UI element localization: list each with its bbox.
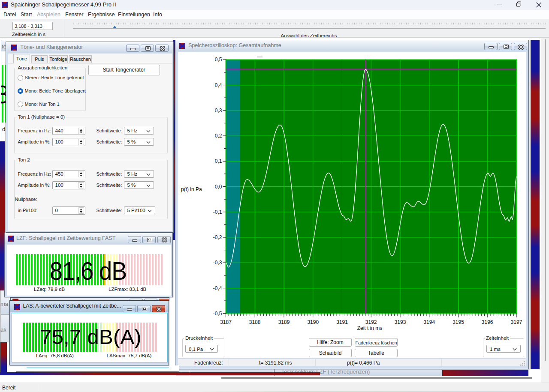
svg-text:3187: 3187 [220, 319, 232, 325]
svg-text:-0,2: -0,2 [213, 234, 222, 240]
svg-text:3190: 3190 [307, 319, 319, 325]
svg-text:0,1: 0,1 [215, 158, 222, 164]
svg-text:Zeit t in ms: Zeit t in ms [357, 325, 383, 331]
svg-text:3192: 3192 [365, 319, 377, 325]
svg-text:3194: 3194 [423, 319, 435, 325]
svg-text:0,4: 0,4 [215, 82, 222, 88]
svg-text:3189: 3189 [278, 319, 290, 325]
svg-text:-0,4: -0,4 [213, 285, 222, 291]
svg-text:0,3: 0,3 [215, 108, 222, 114]
svg-text:3197: 3197 [511, 319, 522, 325]
svg-text:3188: 3188 [249, 319, 261, 325]
svg-text:-0,5: -0,5 [213, 311, 222, 317]
svg-text:p(t) in Pa: p(t) in Pa [181, 186, 202, 192]
svg-text:-0,3: -0,3 [213, 260, 222, 266]
svg-text:3196: 3196 [482, 319, 493, 325]
svg-text:0,2: 0,2 [215, 133, 222, 139]
svg-text:3193: 3193 [395, 319, 406, 325]
svg-text:-0,1: -0,1 [213, 209, 222, 215]
svg-text:0,5: 0,5 [215, 57, 222, 63]
svg-text:3191: 3191 [336, 319, 348, 325]
svg-text:3195: 3195 [452, 319, 464, 325]
svg-text:0,0: 0,0 [215, 184, 222, 190]
